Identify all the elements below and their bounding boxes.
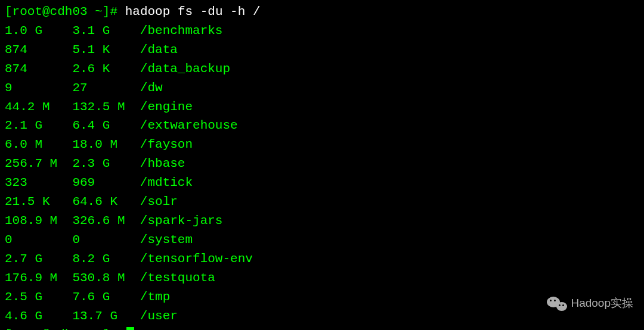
output-row: 2.1 G 6.4 G /extwarehouse (5, 116, 639, 135)
prompt-line-end: [root@cdh03 ~]# (5, 325, 639, 330)
prompt-path: ~ (95, 5, 103, 18)
output-row: 874 2.6 K /data_backup (5, 60, 639, 79)
output-row: 1.0 G 3.1 G /benchmarks (5, 21, 639, 41)
output-row: 9 27 /dw (5, 79, 639, 98)
output-row: 2.7 G 8.2 G /tensorflow-env (5, 250, 639, 269)
prompt-open-bracket: [ (5, 5, 13, 18)
output-row: 323 969 /mdtick (5, 173, 639, 192)
watermark: Hadoop实操 (547, 295, 633, 312)
terminal-output[interactable]: [root@cdh03 ~]# hadoop fs -du -h / 1.0 G… (5, 2, 639, 330)
prompt-close-bracket: ] (103, 5, 110, 18)
output-row: 6.0 M 18.0 M /fayson (5, 135, 639, 154)
prompt-user-host: root@cdh03 (13, 5, 88, 18)
output-row: 176.9 M 530.8 M /testquota (5, 269, 639, 288)
output-row: 108.9 M 326.6 M /spark-jars (5, 211, 639, 231)
output-row: 4.6 G 13.7 G /user (5, 307, 639, 326)
output-row: 0 0 /system (5, 231, 639, 250)
output-row: 874 5.1 K /data (5, 41, 639, 60)
command-line: [root@cdh03 ~]# hadoop fs -du -h / (5, 2, 639, 21)
output-listing: 1.0 G 3.1 G /benchmarks874 5.1 K /data87… (5, 21, 639, 326)
prompt-symbol: # (110, 5, 117, 18)
output-row: 2.5 G 7.6 G /tmp (5, 288, 639, 307)
output-row: 44.2 M 132.5 M /engine (5, 98, 639, 117)
output-row: 21.5 K 64.6 K /solr (5, 192, 639, 211)
cursor-block (126, 327, 134, 330)
wechat-icon (547, 295, 567, 312)
command-text: hadoop fs -du -h / (125, 5, 261, 18)
output-row: 256.7 M 2.3 G /hbase (5, 154, 639, 173)
watermark-text: Hadoop实操 (571, 295, 633, 312)
